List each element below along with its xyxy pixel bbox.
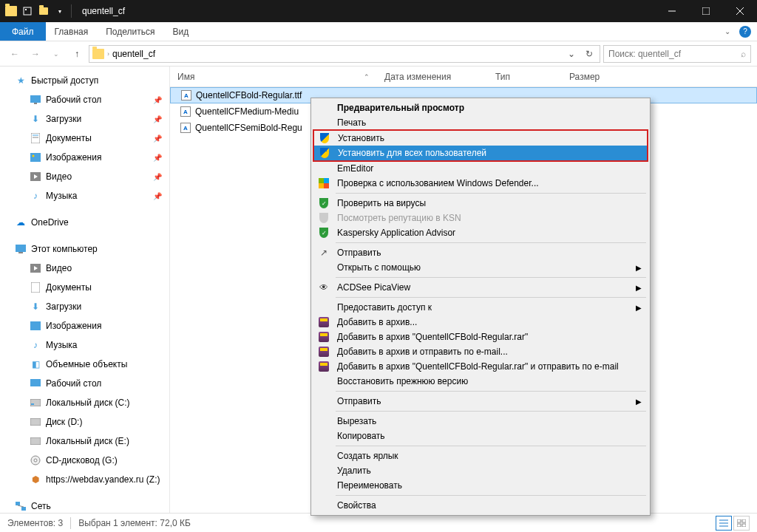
cm-properties[interactable]: Свойства [313,498,648,513]
refresh-icon[interactable]: ↻ [582,49,597,59]
sidebar-music[interactable]: ♪Музыка📌 [0,186,169,205]
column-date[interactable]: Дата изменения [377,72,488,82]
qat-new-folder-icon[interactable] [37,4,50,18]
cm-archive-rar-email[interactable]: Добавить в архив "QuentellCFBold-Regular… [313,359,648,374]
eye-icon: 👁 [318,282,330,293]
address-box[interactable]: › quentell_cf ⌄ ↻ [89,45,600,63]
cm-restore-version[interactable]: Восстановить прежнюю версию [313,374,648,389]
this-pc[interactable]: Этот компьютер [0,239,169,259]
cm-delete[interactable]: Удалить [313,463,648,478]
pc-3d[interactable]: ◧Объемные объекты [0,355,169,374]
network[interactable]: Сеть [0,497,169,513]
column-name[interactable]: Имя⌃ [170,72,377,82]
svg-rect-28 [16,502,20,505]
sidebar-downloads[interactable]: ⬇Загрузки📌 [0,109,169,129]
video-icon [30,171,41,183]
column-type[interactable]: Тип [488,72,562,82]
sidebar-videos[interactable]: Видео📌 [0,167,169,186]
star-icon: ★ [15,75,27,86]
svg-rect-32 [324,178,329,183]
pc-videos[interactable]: Видео [0,259,169,278]
cm-cut[interactable]: Вырезать [313,414,648,429]
svg-rect-1 [25,9,27,10]
cm-send[interactable]: ↗Отправить [313,245,648,260]
cm-preview[interactable]: Предварительный просмотр [313,100,648,115]
cm-send-to[interactable]: Отправить▶ [313,394,648,409]
onedrive[interactable]: ☁OneDrive [0,213,169,232]
tab-home[interactable]: Главная [46,22,98,41]
back-button[interactable]: ← [6,45,24,63]
help-icon[interactable]: ? [739,26,751,38]
qat-properties-icon[interactable] [21,4,34,18]
share-icon: ↗ [318,247,330,259]
forward-button[interactable]: → [27,45,44,63]
cm-copy[interactable]: Копировать [313,429,648,443]
download-icon: ⬇ [30,301,41,313]
minimize-button[interactable] [655,0,689,22]
chevron-right-icon: ▶ [636,304,648,312]
cm-defender[interactable]: Проверка с использованием Windows Defend… [313,176,648,191]
pc-downloads[interactable]: ⬇Загрузки [0,297,169,316]
svg-rect-38 [737,519,741,522]
column-size[interactable]: Размер [562,72,621,82]
search-icon[interactable]: ⌕ [741,49,746,59]
sidebar-desktop[interactable]: Рабочий стол📌 [0,90,169,109]
pc-documents[interactable]: Документы [0,278,169,297]
pc-desktop[interactable]: Рабочий стол [0,374,169,393]
svg-rect-22 [30,399,41,406]
cm-virus-check[interactable]: ✓Проверить на вирусы [313,196,648,211]
view-details-button[interactable] [716,516,732,531]
pc-pictures[interactable]: Изображения [0,316,169,335]
green-shield-icon: ✓ [318,197,330,209]
cm-rename[interactable]: Переименовать [313,478,648,493]
search-box[interactable]: ⌕ [603,45,751,63]
cm-archive-email[interactable]: Добавить в архив и отправить по e-mail..… [313,344,648,359]
recent-dropdown[interactable]: ⌄ [47,45,65,63]
close-button[interactable] [723,0,757,22]
cm-open-with[interactable]: Открыть с помощью▶ [313,260,648,275]
qat-dropdown-icon[interactable]: ▾ [53,4,67,18]
up-button[interactable]: ↑ [68,45,86,63]
file-tab[interactable]: Файл [0,22,46,41]
pc-webdav[interactable]: ⬢https://webdav.yandex.ru (Z:) [0,470,169,489]
cm-install-all[interactable]: Установить для всех пользователей [314,146,647,160]
pc-drive-c[interactable]: Локальный диск (C:) [0,393,169,412]
svg-rect-41 [742,524,746,527]
pin-icon: 📌 [153,154,162,162]
pin-icon: 📌 [153,115,162,123]
pc-cd-drive[interactable]: CD-дисковод (G:) [0,451,169,470]
cm-ksn[interactable]: Посмотреть репутацию в KSN [313,211,648,225]
cm-grant-access[interactable]: Предоставить доступ к▶ [313,300,648,315]
cm-add-archive[interactable]: Добавить в архив... [313,315,648,330]
expand-ribbon-icon[interactable]: ⌄ [724,27,730,35]
cm-shortcut[interactable]: Создать ярлык [313,449,648,463]
pc-drive-d[interactable]: Диск (D:) [0,412,169,432]
cm-print[interactable]: Печать [313,115,648,130]
search-input[interactable] [608,49,741,59]
svg-rect-6 [30,95,41,103]
cm-kaspersky[interactable]: ✓Kaspersky Application Advisor [313,225,648,240]
tab-view[interactable]: Вид [163,22,197,41]
cm-add-rar[interactable]: Добавить в архив "QuentellCFBold-Regular… [313,330,648,344]
pc-music[interactable]: ♪Музыка [0,335,169,355]
svg-rect-25 [30,437,41,445]
download-icon: ⬇ [30,113,41,125]
address-dropdown-icon[interactable]: ⌄ [564,49,579,59]
cm-install[interactable]: Установить [314,131,647,146]
cm-emeditor[interactable]: EmEditor [313,161,648,176]
svg-rect-0 [24,7,31,15]
rar-icon [318,331,330,343]
sidebar-pictures[interactable]: Изображения📌 [0,148,169,167]
network-drive-icon: ⬢ [30,474,41,485]
shield-icon [319,132,330,144]
quick-access[interactable]: ★ Быстрый доступ [0,71,169,90]
chevron-right-icon: ▶ [636,264,648,272]
pictures-icon [30,151,41,163]
cloud-icon: ☁ [15,216,27,228]
cm-acdsee[interactable]: 👁ACDSee PicaView▶ [313,280,648,295]
sidebar-documents[interactable]: Документы📌 [0,129,169,148]
pc-drive-e[interactable]: Локальный диск (E:) [0,432,169,451]
view-icons-button[interactable] [733,516,750,531]
tab-share[interactable]: Поделиться [97,22,163,41]
maximize-button[interactable] [689,0,723,22]
